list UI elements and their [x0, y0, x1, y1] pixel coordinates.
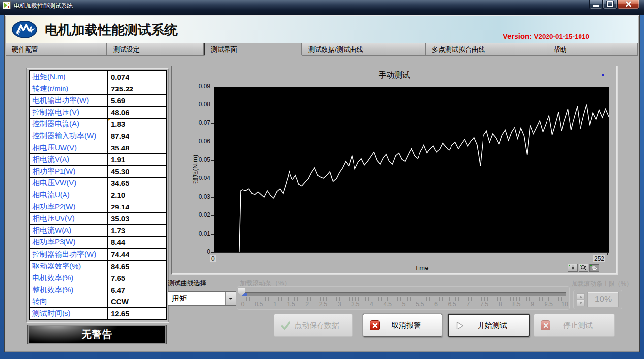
slider-tick-label: 6	[434, 301, 438, 308]
red-x-icon	[370, 321, 380, 330]
measurement-row: 控制器输入功率(W)87.94	[29, 130, 166, 142]
slider-tick-label: 10	[561, 301, 568, 308]
stop-test-button: 停止测试	[534, 314, 615, 337]
measurement-row: 扭矩(N.m)0.074	[29, 71, 166, 83]
measurement-label: 相电压UV(V)	[29, 213, 108, 225]
spin-down-button	[577, 300, 585, 306]
measurement-label: 电机输出功率(W)	[29, 95, 108, 107]
y-tick-label: 0.06	[181, 138, 210, 145]
measurement-value: 35.03	[108, 213, 167, 225]
dropdown-arrow-button[interactable]	[225, 292, 236, 305]
window-title: 电机加载性能测试系统	[14, 2, 73, 10]
measurement-label: 电机效率(%)	[29, 272, 108, 284]
slider-tick-label: 0.5	[255, 301, 263, 308]
measurement-row: 转速(r/min)735.22	[29, 83, 166, 95]
measurement-value: 8.44	[108, 237, 167, 248]
chevron-up-icon	[580, 296, 582, 298]
tab-5[interactable]: 多点测试拟合曲线	[426, 43, 547, 56]
window-content: 电机加载性能测试系统 Version: V2020-01-15-1010 硬件配…	[4, 15, 640, 352]
version-text: Version: V2020-01-15-1010	[503, 32, 589, 40]
measurement-value: 1.91	[108, 154, 167, 166]
tab-label: 硬件配置	[12, 46, 38, 53]
slider-tick-label: 3.5	[351, 301, 359, 308]
zoom-tool-button[interactable]	[579, 264, 588, 272]
minimize-icon	[593, 5, 599, 7]
measurement-row: 相电流U(A)2.10	[29, 189, 166, 201]
tab-label: 测试界面	[211, 46, 237, 53]
slider-tick-label: 4.5	[384, 301, 392, 308]
maximize-icon	[607, 1, 613, 7]
y-tick-label: 0.02	[181, 211, 210, 218]
close-button[interactable]	[617, 0, 639, 9]
slider-tick-label: 1.5	[287, 301, 295, 308]
x-tick-mark	[214, 252, 214, 255]
measurement-value: 2.10	[108, 189, 167, 201]
tab-4[interactable]: 测试数据/测试曲线	[302, 43, 426, 56]
chart-title: 手动测试	[172, 70, 617, 81]
measurement-value: 12.65	[108, 307, 167, 320]
button-label: 停止测试	[550, 321, 614, 330]
measurement-label: 扭矩(N.m)	[29, 71, 108, 83]
measurement-label: 转速(r/min)	[29, 83, 108, 95]
load-limit-label: 加载滚动条上限（%）	[572, 280, 633, 288]
measurement-row: 电机输出功率(W)5.69	[29, 95, 166, 107]
tab-2[interactable]: 测试设定	[107, 43, 204, 56]
pan-tool-button[interactable]	[589, 264, 599, 272]
measurement-row: 相功率P3(W)8.44	[29, 237, 166, 248]
measurement-label: 控制器输入功率(W)	[29, 130, 108, 142]
measurement-table: 扭矩(N.m)0.074转速(r/min)735.22电机输出功率(W)5.69…	[29, 70, 167, 320]
measurement-row: 相电流V(A)1.91	[29, 154, 166, 166]
measurement-label: 整机效率(%)	[29, 284, 108, 296]
measurement-value: 0.074	[108, 71, 167, 83]
slider-groove	[242, 292, 566, 296]
crosshair-icon	[570, 265, 576, 271]
labview-app-icon	[3, 1, 11, 9]
slider-tick-label: 9.5	[545, 301, 553, 308]
measurement-value: 34.65	[108, 178, 167, 189]
button-label: 取消报警	[380, 321, 442, 330]
slider-tick-label: 7	[466, 301, 470, 308]
chevron-down-icon	[580, 302, 582, 304]
tab-3[interactable]: 测试界面	[204, 43, 302, 56]
slider-tick-label: 9	[531, 301, 534, 308]
measurement-value: 29.14	[108, 201, 167, 213]
version-value: V2020-01-15-1010	[534, 33, 589, 40]
plot-area[interactable]	[214, 87, 609, 253]
measurement-panel: 扭矩(N.m)0.074转速(r/min)735.22电机输出功率(W)5.69…	[26, 68, 169, 323]
slider-tick-label: 8.5	[512, 301, 520, 308]
curve-select-dropdown[interactable]: 扭矩	[168, 291, 236, 306]
measurement-value: 74.44	[108, 248, 167, 260]
tab-6[interactable]: 帮助	[547, 43, 638, 56]
measurement-value: 48.06	[108, 107, 167, 119]
measurement-value: 87.94	[108, 130, 167, 142]
slider-tick-label: 7.5	[480, 301, 488, 308]
magnifier-icon	[580, 265, 587, 271]
red-x-icon	[541, 321, 550, 330]
measurement-label: 控制器输出功率(W)	[29, 248, 108, 260]
load-limit-spinner	[577, 293, 585, 306]
start-test-button[interactable]: 开始测试	[448, 314, 530, 337]
slider-tick-marks	[243, 297, 565, 301]
slider-tick-label: 4	[370, 301, 373, 308]
cancel-alarm-button[interactable]: 取消报警	[363, 314, 442, 337]
measurement-value: 6.47	[108, 284, 167, 296]
measurement-row: 驱动器效率(%)84.65	[29, 260, 166, 272]
curve-select-value: 扭矩	[168, 292, 225, 305]
measurement-value: 45.30	[108, 166, 167, 178]
y-tick-label: 0.05	[181, 156, 210, 163]
measurement-row: 电机效率(%)7.65	[29, 272, 166, 284]
graph-tool-palette	[568, 264, 599, 272]
tab-1[interactable]: 硬件配置	[6, 43, 107, 56]
minimize-button[interactable]	[589, 0, 603, 9]
measurement-value: 35.48	[108, 142, 167, 154]
slider-tick-label: 5.5	[416, 301, 424, 308]
tool-indicator-dot	[580, 265, 581, 266]
maximize-button[interactable]	[603, 0, 617, 9]
close-icon	[625, 1, 631, 7]
cursor-tool-button[interactable]	[568, 264, 578, 272]
measurement-label: 相电压VW(V)	[29, 178, 108, 189]
measurement-label: 相电压UW(V)	[29, 142, 108, 154]
slider-tick-labels: 00.511.522.533.544.555.566.577.588.599.5…	[242, 301, 566, 309]
measurement-label: 相电流V(A)	[29, 154, 108, 166]
hand-icon	[591, 265, 598, 271]
